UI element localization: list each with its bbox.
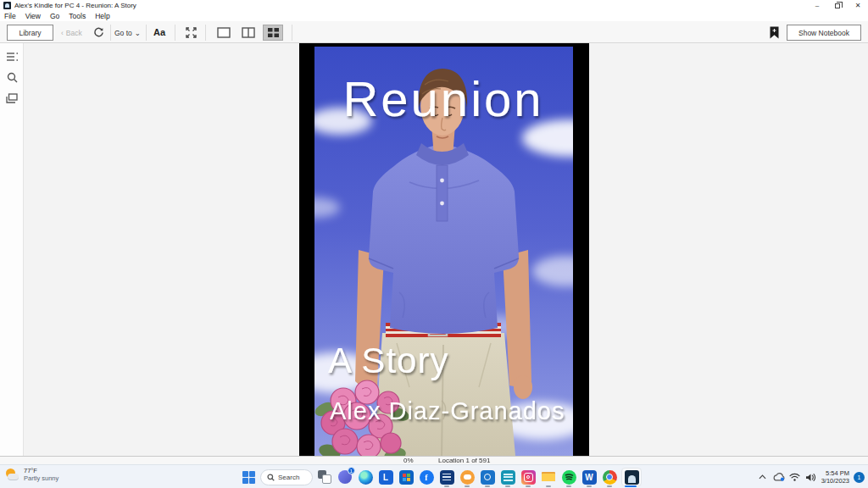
onedrive-status[interactable] bbox=[773, 471, 785, 483]
menu-help[interactable]: Help bbox=[95, 12, 109, 20]
active-app-indicator bbox=[625, 485, 637, 487]
font-settings-button[interactable]: Aa bbox=[153, 24, 165, 41]
table-of-contents-icon bbox=[6, 52, 19, 62]
kindle-app-button-active[interactable] bbox=[621, 468, 642, 486]
chevron-down-icon: ⌄ bbox=[135, 29, 141, 37]
running-indicator bbox=[526, 485, 531, 487]
cover-view-icon bbox=[267, 27, 280, 38]
toolbar-separator bbox=[292, 25, 292, 41]
restore-icon bbox=[835, 3, 840, 8]
goto-label: Go to bbox=[114, 29, 132, 37]
search-icon bbox=[267, 474, 275, 481]
weather-widget[interactable]: 77°F Partly sunny bbox=[5, 467, 58, 482]
spotify-button[interactable] bbox=[560, 469, 577, 485]
single-page-view-button[interactable] bbox=[214, 25, 234, 41]
window-title: Alex's Kindle for PC 4 - Reunion: A Stor… bbox=[14, 1, 136, 10]
pages-icon bbox=[6, 93, 18, 103]
cover-subtitle-text: A Story bbox=[328, 341, 448, 380]
toolbar: Library ‹ Back Go to ⌄ Aa bbox=[0, 21, 868, 43]
menu-view[interactable]: View bbox=[25, 12, 41, 20]
instagram-button[interactable] bbox=[520, 469, 537, 485]
book-cover[interactable]: Reunion A Story Alex Diaz-Granados bbox=[314, 47, 573, 456]
two-page-icon bbox=[242, 27, 255, 38]
library-button[interactable]: Library bbox=[7, 25, 53, 41]
chat-notification-badge: 1 bbox=[348, 467, 355, 474]
title-bar: Alex's Kindle for PC 4 - Reunion: A Stor… bbox=[0, 0, 868, 11]
notes-app-button[interactable] bbox=[438, 469, 455, 485]
windows-logo-icon bbox=[242, 471, 255, 484]
volume-status[interactable] bbox=[805, 471, 817, 483]
wifi-icon bbox=[789, 473, 800, 481]
notes-app-icon bbox=[440, 470, 454, 485]
cover-view-button[interactable] bbox=[263, 25, 283, 41]
reading-status-bar: 0% Location 1 of 591 bbox=[0, 456, 868, 464]
running-indicator bbox=[465, 485, 470, 487]
edge-browser-button[interactable] bbox=[357, 469, 374, 485]
toolbar-separator bbox=[205, 25, 206, 41]
chevron-up-icon bbox=[759, 474, 766, 480]
system-tray: 5:54 PM 3/10/2023 1 bbox=[757, 467, 865, 487]
progress-percent: 0% bbox=[403, 457, 414, 464]
location-text: Location 1 of 591 bbox=[438, 457, 490, 464]
search-button[interactable] bbox=[5, 70, 19, 84]
pages-view-button[interactable] bbox=[5, 92, 19, 105]
lively-app-button[interactable]: L bbox=[377, 469, 394, 485]
menu-file[interactable]: File bbox=[4, 12, 16, 20]
edge-icon bbox=[359, 470, 373, 485]
speaker-icon bbox=[805, 473, 816, 482]
weather-condition: Partly sunny bbox=[24, 474, 58, 482]
start-button[interactable] bbox=[240, 469, 257, 485]
hp-smart-button[interactable] bbox=[479, 469, 496, 485]
microsoft-store-icon bbox=[399, 470, 414, 485]
bookmark-icon bbox=[770, 26, 779, 39]
partly-sunny-icon bbox=[5, 468, 19, 482]
notification-count-badge[interactable]: 1 bbox=[854, 472, 865, 483]
back-chevron-icon: ‹ bbox=[61, 29, 64, 37]
chrome-icon bbox=[603, 470, 617, 485]
chrome-button[interactable] bbox=[601, 469, 618, 485]
menu-go[interactable]: Go bbox=[50, 12, 59, 20]
toolbar-separator bbox=[146, 25, 147, 41]
toc-button[interactable] bbox=[5, 50, 19, 64]
back-label: Back bbox=[66, 29, 82, 37]
kindle-taskbar-icon bbox=[625, 470, 639, 485]
taskbar-center: Search 1 L f bbox=[240, 467, 642, 487]
weather-app-button[interactable] bbox=[459, 469, 476, 485]
show-notebook-button[interactable]: Show Notebook bbox=[787, 25, 861, 41]
fullscreen-button[interactable] bbox=[182, 25, 199, 41]
word-button[interactable]: W bbox=[581, 469, 598, 485]
hp-smart-icon bbox=[481, 470, 495, 485]
hidden-icons-button[interactable] bbox=[757, 471, 769, 483]
teal-app-button[interactable] bbox=[499, 469, 516, 485]
bookmark-button[interactable] bbox=[768, 25, 780, 41]
task-view-icon bbox=[316, 469, 333, 485]
facebook-button[interactable]: f bbox=[418, 469, 435, 485]
two-page-view-button[interactable] bbox=[238, 25, 259, 41]
weather-app-icon bbox=[460, 470, 475, 485]
teal-app-icon bbox=[501, 470, 515, 485]
facebook-icon: f bbox=[420, 470, 434, 485]
restore-button[interactable] bbox=[827, 0, 848, 11]
reader-sidebar bbox=[0, 43, 24, 456]
windows-taskbar: 77°F Partly sunny Search 1 L bbox=[0, 464, 868, 488]
taskbar-search[interactable]: Search bbox=[260, 469, 313, 485]
running-indicator bbox=[587, 485, 592, 487]
back-button[interactable]: ‹ Back bbox=[61, 25, 82, 41]
sync-button[interactable] bbox=[90, 24, 107, 41]
wifi-status[interactable] bbox=[789, 471, 801, 483]
running-indicator bbox=[444, 485, 449, 487]
menu-tools[interactable]: Tools bbox=[69, 12, 86, 20]
microsoft-store-button[interactable] bbox=[398, 469, 415, 485]
cover-author-text: Alex Diaz-Granados bbox=[330, 397, 565, 424]
close-button[interactable]: ✕ bbox=[848, 0, 868, 11]
running-indicator bbox=[505, 485, 510, 487]
spotify-icon bbox=[562, 470, 576, 485]
goto-dropdown[interactable]: Go to ⌄ bbox=[114, 25, 141, 41]
file-explorer-button[interactable] bbox=[540, 469, 557, 485]
menu-bar: File View Go Tools Help bbox=[0, 11, 868, 21]
teams-chat-button[interactable]: 1 bbox=[337, 469, 353, 485]
task-view-button[interactable] bbox=[316, 469, 333, 485]
lively-icon: L bbox=[379, 470, 393, 485]
taskbar-clock[interactable]: 5:54 PM 3/10/2023 bbox=[821, 469, 849, 485]
minimize-button[interactable]: – bbox=[807, 0, 827, 11]
